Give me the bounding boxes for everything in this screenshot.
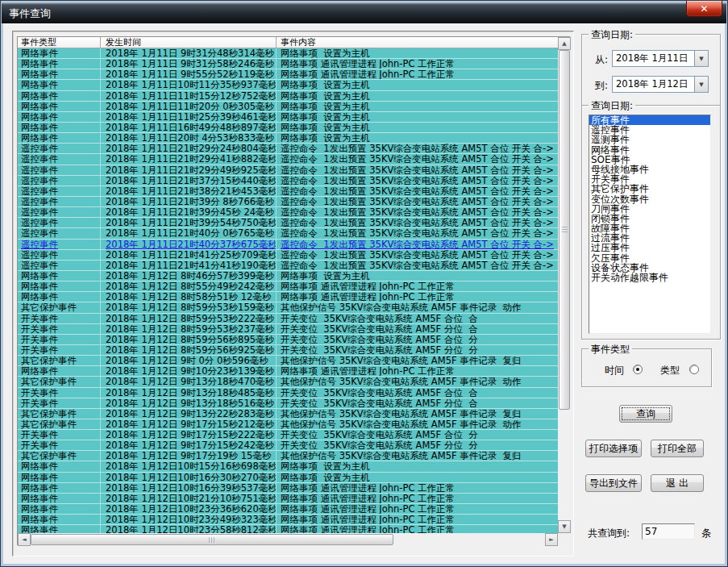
table-row[interactable]: 遥控事件2018年 1月11日21时40分 0秒765毫秒遥控命令 1发出预置 … bbox=[18, 228, 558, 239]
table-row[interactable]: 开关事件2018年 1月12日 9时17分15秒242毫秒开关变位 35KV综合… bbox=[18, 440, 558, 451]
table-row[interactable]: 网络事件2018年 1月11日 9时55分52秒119毫秒网络事项 通讯管理进程… bbox=[18, 69, 558, 80]
table-row[interactable]: 网络事件2018年 1月11日11时25分39秒461毫秒网络事项 设置为主机 bbox=[18, 112, 558, 123]
event-time-cell: 2018年 1月12日 8时59分56秒925毫秒 bbox=[101, 345, 277, 356]
result-count-unit: 条 bbox=[701, 527, 711, 540]
table-row[interactable]: 其它保护事件2018年 1月12日 8时59分53秒159毫秒其他保护信号 35… bbox=[18, 302, 558, 313]
table-row[interactable]: 网络事件2018年 1月11日20时 4分53秒833毫秒网络事项 设置为主机 bbox=[18, 133, 558, 144]
table-row[interactable]: 网络事件2018年 1月12日10时16分30秒270毫秒网络事项 设置为主机 bbox=[18, 473, 558, 483]
table-row[interactable]: 网络事件2018年 1月11日 9时31分58秒246毫秒网络事项 通讯管理进程… bbox=[18, 59, 558, 69]
table-row[interactable]: 遥控事件2018年 1月11日21时29分49秒925毫秒遥控命令 1发出预置 … bbox=[18, 165, 558, 176]
event-type-option[interactable]: 开关动作越限事件 bbox=[589, 273, 710, 282]
table-row[interactable]: 开关事件2018年 1月12日 8时59分53秒237毫秒开关变位 35KV综合… bbox=[18, 324, 558, 335]
mode-time-radio[interactable] bbox=[633, 365, 643, 374]
titlebar[interactable]: 事件查询 bbox=[2, 2, 726, 23]
event-type-option[interactable]: 欠压事件 bbox=[589, 253, 710, 263]
table-row[interactable]: 网络事件2018年 1月12日10时23分36秒620毫秒网络事项 通讯管理进程… bbox=[18, 504, 558, 515]
table-row[interactable]: 开关事件2018年 1月12日 9时13分18秒516毫秒开关变位 35KV综合… bbox=[18, 398, 558, 409]
query-button[interactable]: 查询 bbox=[619, 405, 672, 423]
event-time-cell: 2018年 1月12日 8时59分53秒237毫秒 bbox=[101, 324, 277, 335]
table-row[interactable]: 遥控事件2018年 1月11日21时41分25秒709毫秒遥控命令 1发出预置 … bbox=[18, 250, 558, 261]
event-content-cell: 网络事项 通讯管理进程 John-PC 工作正常 bbox=[277, 494, 558, 504]
table-row[interactable]: 其它保护事件2018年 1月12日 9时13分18秒470毫秒其他保护信号 35… bbox=[18, 377, 558, 387]
event-time-cell: 2018年 1月11日21时39分45秒 24毫秒 bbox=[101, 207, 277, 218]
exit-button[interactable]: 退 出 bbox=[651, 474, 704, 492]
table-row[interactable]: 网络事件2018年 1月12日 8时46分57秒399毫秒网络事项 设置为主机 bbox=[18, 271, 558, 281]
table-row[interactable]: 开关事件2018年 1月12日 8时59分53秒222毫秒开关变位 35KV综合… bbox=[18, 314, 558, 324]
event-content-cell: 网络事项 通讯管理进程 John-PC 工作正常 bbox=[277, 504, 558, 515]
export-to-file-button[interactable]: 导出到文件 bbox=[585, 474, 642, 492]
scroll-left-button[interactable]: ◄ bbox=[18, 533, 31, 546]
scroll-up-button[interactable]: ▲ bbox=[558, 37, 571, 50]
vertical-scrollbar-thumb[interactable] bbox=[559, 50, 570, 410]
table-row[interactable]: 网络事件2018年 1月12日10时21分10秒751毫秒网络事项 通讯管理进程… bbox=[18, 494, 558, 504]
table-row[interactable]: 遥控事件2018年 1月11日21时39分45秒 24毫秒遥控命令 1发出预置 … bbox=[18, 207, 558, 218]
table-row[interactable]: 网络事件2018年 1月11日 9时31分48秒314毫秒网络事项 设置为主机 bbox=[18, 48, 558, 59]
table-row[interactable]: 遥控事件2018年 1月11日21时38分21秒453毫秒遥控命令 1发出预置 … bbox=[18, 186, 558, 197]
print-all-button[interactable]: 打印全部 bbox=[651, 440, 704, 457]
from-date-combobox[interactable]: 2018年 1月11日 ▼ bbox=[612, 50, 709, 67]
table-row[interactable]: 网络事件2018年 1月11日16时49分48秒897毫秒网络事项 设置为主机 bbox=[18, 123, 558, 133]
column-header-event-content[interactable]: 事件内容 bbox=[277, 37, 558, 48]
table-row[interactable]: 网络事件2018年 1月11日10时11分35秒937毫秒网络事项 设置为主机 bbox=[18, 80, 558, 90]
table-row[interactable]: 网络事件2018年 1月12日10时16分39秒537毫秒网络事项 通讯管理进程… bbox=[18, 483, 558, 494]
table-row[interactable]: 网络事件2018年 1月12日 9时10分23秒139毫秒网络事项 通讯管理进程… bbox=[18, 366, 558, 377]
mode-type-radio[interactable] bbox=[689, 365, 699, 374]
event-type-option[interactable]: 设备状态事件 bbox=[589, 263, 710, 273]
event-type-option[interactable]: 过压事件 bbox=[589, 243, 710, 252]
result-count-field[interactable] bbox=[642, 523, 695, 540]
event-type-option[interactable]: SOE事件 bbox=[589, 155, 710, 165]
table-row[interactable]: 遥控事件2018年 1月11日21时41分41秒190毫秒遥控命令 1发出预置 … bbox=[18, 261, 558, 271]
scroll-down-button[interactable]: ▼ bbox=[558, 520, 571, 533]
event-type-option[interactable]: 闭锁事件 bbox=[589, 214, 710, 223]
print-selected-button[interactable]: 打印选择项 bbox=[585, 440, 642, 457]
table-row[interactable]: 其它保护事件2018年 1月12日 9时17分19秒 15毫秒其他保护信号 35… bbox=[18, 451, 558, 461]
event-type-listbox[interactable]: 所有事件遥控事件遥测事件网络事件SOE事件母线接地事件开关事件其它保护事件变位次… bbox=[589, 115, 711, 334]
table-row[interactable]: 网络事件2018年 1月12日 8时55分49秒242毫秒网络事项 通讯管理进程… bbox=[18, 281, 558, 292]
event-type-option[interactable]: 开关事件 bbox=[589, 174, 710, 184]
event-type-option[interactable]: 遥控事件 bbox=[589, 125, 710, 135]
event-type-option[interactable]: 母线接地事件 bbox=[589, 165, 710, 174]
event-type-option[interactable]: 网络事件 bbox=[589, 145, 710, 155]
event-type-option[interactable]: 过流事件 bbox=[589, 233, 710, 243]
column-header-event-type[interactable]: 事件类型 bbox=[18, 37, 101, 48]
table-row[interactable]: 网络事件2018年 1月11日11时20分 0秒305毫秒网络事项 设置为主机 bbox=[18, 102, 558, 112]
event-type-option[interactable]: 故障事件 bbox=[589, 223, 710, 233]
event-type-option[interactable]: 变位次数事件 bbox=[589, 194, 710, 204]
table-row[interactable]: 开关事件2018年 1月12日 8时59分56秒895毫秒开关变位 35KV综合… bbox=[18, 335, 558, 345]
event-type-cell: 网络事件 bbox=[18, 80, 101, 90]
table-row[interactable]: 遥控事件2018年 1月11日21时39分54秒750毫秒遥控命令 1发出预置 … bbox=[18, 218, 558, 228]
table-row[interactable]: 其它保护事件2018年 1月12日 9时 0分 0秒596毫秒其他保护信号 35… bbox=[18, 356, 558, 366]
table-row[interactable]: 开关事件2018年 1月12日 8时59分56秒925毫秒开关变位 35KV综合… bbox=[18, 345, 558, 356]
event-type-option[interactable]: 其它保护事件 bbox=[589, 184, 710, 194]
table-row[interactable]: 网络事件2018年 1月12日 8时58分51秒 12毫秒网络事项 通讯管理进程… bbox=[18, 292, 558, 302]
close-button[interactable]: ✕ bbox=[686, 1, 722, 17]
table-row[interactable]: 网络事件2018年 1月12日10时23分49秒323毫秒网络事项 通讯管理进程… bbox=[18, 515, 558, 525]
table-row[interactable]: 遥控事件2018年 1月11日21时29分41秒882毫秒遥控命令 1发出预置 … bbox=[18, 154, 558, 165]
table-row[interactable]: 其它保护事件2018年 1月12日 9时13分22秒283毫秒其他保护信号 35… bbox=[18, 409, 558, 419]
table-row[interactable]: 网络事件2018年 1月12日10时15分16秒698毫秒网络事项 设置为主机 bbox=[18, 461, 558, 472]
event-time-cell: 2018年 1月11日16时49分48秒897毫秒 bbox=[101, 123, 277, 133]
event-type-option[interactable]: 刀闸事件 bbox=[589, 204, 710, 214]
table-row[interactable]: 网络事件2018年 1月12日10时23分58秒812毫秒网络事项 通讯管理进程… bbox=[18, 525, 558, 533]
table-row[interactable]: 遥控事件2018年 1月11日21时37分15秒440毫秒遥控命令 1发出预置 … bbox=[18, 176, 558, 186]
to-date-dropdown-button[interactable]: ▼ bbox=[694, 77, 708, 92]
scroll-right-button[interactable]: ► bbox=[545, 533, 558, 546]
table-row[interactable]: 网络事件2018年 1月11日11时15分12秒752毫秒网络事项 设置为主机 bbox=[18, 91, 558, 102]
event-type-option[interactable]: 所有事件 bbox=[589, 115, 710, 125]
table-row[interactable]: 开关事件2018年 1月12日 9时17分15秒222毫秒开关变位 35KV综合… bbox=[18, 430, 558, 440]
event-time-cell: 2018年 1月11日21时40分37秒675毫秒 bbox=[101, 240, 277, 250]
to-date-combobox[interactable]: 2018年 1月12日 ▼ bbox=[612, 76, 709, 93]
from-date-dropdown-button[interactable]: ▼ bbox=[694, 51, 708, 66]
table-row[interactable]: 遥控事件2018年 1月11日21时40分37秒675毫秒遥控命令 1发出预置 … bbox=[18, 240, 558, 250]
table-row[interactable]: 遥控事件2018年 1月11日21时29分24秒804毫秒遥控命令 1发出预置 … bbox=[18, 144, 558, 154]
table-row[interactable]: 其它保护事件2018年 1月12日 9时17分15秒212毫秒其他保护信号 35… bbox=[18, 419, 558, 430]
table-row[interactable]: 遥控事件2018年 1月11日21时39分 8秒766毫秒遥控命令 1发出预置 … bbox=[18, 197, 558, 207]
horizontal-scrollbar-thumb[interactable] bbox=[31, 534, 393, 545]
table-row[interactable]: 开关事件2018年 1月12日 9时13分18秒485毫秒开关变位 35KV综合… bbox=[18, 388, 558, 398]
event-type-option[interactable]: 遥测事件 bbox=[589, 135, 710, 144]
event-time-cell: 2018年 1月12日 8时46分57秒399毫秒 bbox=[101, 271, 277, 281]
column-header-event-time[interactable]: 发生时间 bbox=[101, 37, 277, 48]
event-time-cell: 2018年 1月12日10时21分10秒751毫秒 bbox=[101, 494, 277, 504]
event-content-cell: 开关变位 35KV综合变电站系统 AM5F 合位 分 bbox=[277, 430, 558, 440]
event-type-cell: 开关事件 bbox=[18, 430, 101, 440]
